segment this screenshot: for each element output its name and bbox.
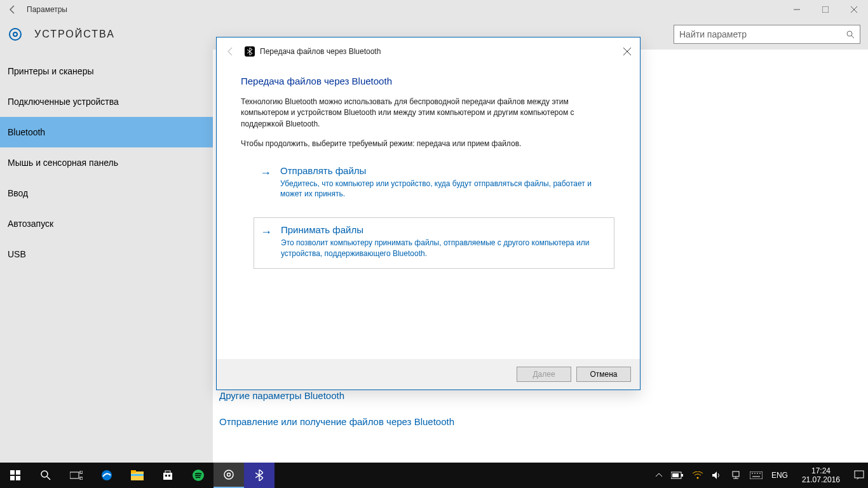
svg-rect-30: [733, 471, 739, 477]
edge-icon[interactable]: [92, 463, 122, 488]
dialog-title: Передача файлов через Bluetooth: [260, 47, 623, 56]
svg-rect-27: [681, 474, 683, 477]
dialog-description-2: Чтобы продолжить, выберите требуемый реж…: [241, 139, 616, 149]
keyboard-icon[interactable]: [750, 471, 763, 479]
sidebar-item-printers[interactable]: Принтеры и сканеры: [0, 56, 213, 86]
taskbar: ENG 17:24 21.07.2016: [0, 463, 868, 488]
svg-point-3: [13, 32, 17, 36]
clock-date: 21.07.2016: [802, 475, 840, 484]
bluetooth-icon: [245, 46, 255, 57]
dialog-back-button: [226, 46, 236, 57]
svg-rect-21: [165, 475, 167, 477]
svg-rect-28: [672, 473, 679, 477]
arrow-right-icon: →: [261, 226, 272, 259]
option-desc: Убедитесь, что компьютер или устройство,…: [280, 179, 606, 200]
svg-rect-33: [750, 471, 763, 479]
dialog-footer: Далее Отмена: [217, 359, 640, 390]
search-icon: [846, 30, 855, 39]
sidebar-item-connected-devices[interactable]: Подключенные устройства: [0, 86, 213, 117]
option-send-files[interactable]: → Отправлять файлы Убедитесь, что компью…: [254, 159, 616, 209]
arrow-right-icon: →: [260, 166, 271, 200]
cancel-button[interactable]: Отмена: [576, 367, 631, 382]
svg-rect-39: [855, 471, 864, 478]
option-receive-files[interactable]: → Принимать файлы Это позволит компьютер…: [254, 217, 614, 269]
search-input[interactable]: Найти параметр: [674, 25, 860, 44]
file-explorer-icon[interactable]: [122, 463, 153, 488]
sidebar-item-typing[interactable]: Ввод: [0, 178, 213, 208]
window-title: Параметры: [25, 5, 782, 14]
svg-point-29: [696, 477, 698, 479]
sidebar-item-mouse[interactable]: Мышь и сенсорная панель: [0, 147, 213, 178]
system-tray: ENG 17:24 21.07.2016: [656, 466, 868, 485]
tray-chevron-up-icon[interactable]: [656, 473, 662, 478]
next-button: Далее: [517, 367, 571, 382]
gear-icon: [5, 24, 25, 44]
task-view[interactable]: [61, 463, 92, 488]
link-other-bluetooth[interactable]: Другие параметры Bluetooth: [219, 390, 868, 401]
sidebar-item-usb[interactable]: USB: [0, 239, 213, 269]
svg-rect-1: [822, 6, 829, 13]
close-button[interactable]: [839, 0, 868, 19]
page-title: УСТРОЙСТВА: [34, 29, 115, 40]
svg-rect-14: [80, 477, 83, 480]
svg-line-5: [851, 36, 854, 38]
svg-point-24: [224, 470, 233, 479]
titlebar: Параметры: [0, 0, 868, 19]
sidebar: Принтеры и сканеры Подключенные устройст…: [0, 50, 213, 463]
back-button[interactable]: [0, 4, 25, 15]
option-desc: Это позволит компьютеру принимать файлы,…: [281, 238, 604, 259]
settings-taskbar-icon[interactable]: [214, 463, 244, 488]
minimize-button[interactable]: [782, 0, 811, 19]
dialog-heading: Передача файлов через Bluetooth: [241, 76, 616, 86]
sidebar-item-bluetooth[interactable]: Bluetooth: [0, 117, 213, 147]
action-center-icon[interactable]: [854, 470, 864, 480]
svg-line-11: [47, 477, 50, 480]
dialog-description-1: Технологию Bluetooth можно использовать …: [241, 97, 616, 130]
start-button[interactable]: [0, 463, 31, 488]
maximize-button[interactable]: [811, 0, 839, 19]
dialog-body: Передача файлов через Bluetooth Технолог…: [217, 65, 640, 359]
svg-rect-12: [70, 472, 79, 478]
svg-rect-6: [10, 470, 15, 475]
svg-rect-13: [80, 471, 83, 473]
taskbar-search[interactable]: [31, 463, 61, 488]
dialog-titlebar: Передача файлов через Bluetooth: [217, 37, 640, 65]
language-indicator[interactable]: ENG: [771, 471, 788, 480]
svg-rect-17: [131, 470, 136, 473]
svg-point-10: [41, 471, 48, 477]
bluetooth-taskbar-icon[interactable]: [244, 463, 275, 488]
wifi-icon[interactable]: [693, 471, 703, 479]
svg-rect-9: [16, 476, 20, 480]
spotify-icon[interactable]: [183, 463, 214, 488]
link-send-receive[interactable]: Отправление или получение файлов через B…: [219, 416, 868, 427]
search-placeholder: Найти параметр: [679, 29, 846, 39]
svg-point-2: [10, 29, 21, 40]
option-title: Отправлять файлы: [280, 165, 606, 176]
network-icon[interactable]: [731, 471, 741, 480]
battery-icon[interactable]: [671, 471, 684, 479]
volume-icon[interactable]: [712, 471, 722, 480]
window-controls: [782, 0, 868, 19]
store-icon[interactable]: [153, 463, 183, 488]
clock-time: 17:24: [802, 466, 840, 475]
svg-rect-18: [131, 474, 144, 476]
svg-rect-7: [16, 470, 20, 475]
svg-rect-22: [168, 475, 170, 477]
svg-rect-8: [10, 476, 15, 480]
svg-rect-19: [163, 473, 172, 480]
option-title: Принимать файлы: [281, 224, 604, 235]
svg-point-4: [847, 31, 852, 36]
svg-point-25: [227, 473, 231, 477]
bluetooth-transfer-dialog: Передача файлов через Bluetooth Передача…: [216, 37, 641, 390]
clock[interactable]: 17:24 21.07.2016: [797, 466, 845, 485]
sidebar-item-autoplay[interactable]: Автозапуск: [0, 208, 213, 239]
dialog-close-button[interactable]: [623, 48, 631, 55]
